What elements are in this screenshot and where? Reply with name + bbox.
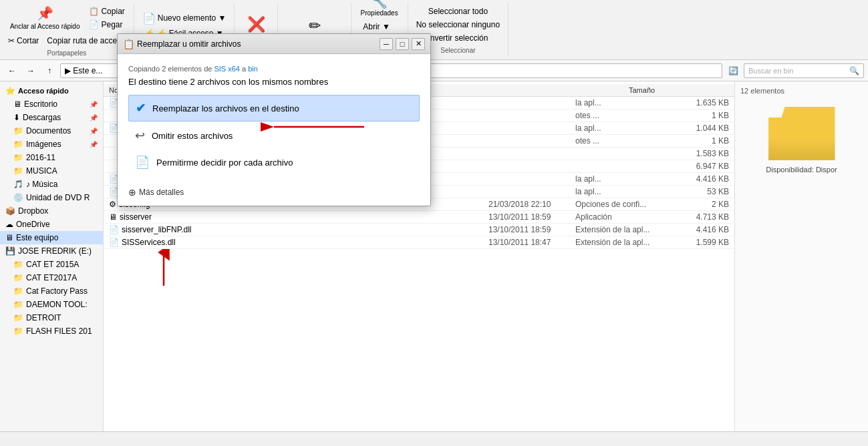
dialog-title: Reemplazar u omitir archivos bbox=[137, 39, 377, 49]
dialog-maximize-button[interactable]: □ bbox=[396, 38, 409, 50]
details-label: Más detalles bbox=[139, 188, 184, 197]
decide-option-text: Permitirme decidir por cada archivo bbox=[156, 158, 293, 168]
dialog-subtitle: Copiando 2 elementos de SIS x64 a bin bbox=[128, 65, 420, 73]
skip-option-text: Omitir estos archivos bbox=[152, 131, 233, 141]
dialog-option-reemplazar[interactable]: ✔ Reemplazar los archivos en el destino bbox=[128, 95, 420, 122]
dialog-overlay: 📋 Reemplazar u omitir archivos ─ □ ✕ Cop… bbox=[0, 0, 868, 446]
details-button[interactable]: ⊕ Más detalles bbox=[128, 187, 184, 198]
dialog-footer: ⊕ Más detalles bbox=[118, 182, 430, 206]
dialog-titlebar: 📋 Reemplazar u omitir archivos ─ □ ✕ bbox=[118, 34, 430, 54]
decide-icon: 📄 bbox=[135, 155, 150, 170]
replace-dialog: 📋 Reemplazar u omitir archivos ─ □ ✕ Cop… bbox=[117, 33, 431, 206]
dialog-close-button[interactable]: ✕ bbox=[412, 38, 425, 50]
subtitle-prefix: Copiando 2 elementos de bbox=[128, 65, 214, 73]
details-expand-icon: ⊕ bbox=[128, 187, 136, 198]
dialog-option-decidir[interactable]: 📄 Permitirme decidir por cada archivo bbox=[128, 150, 420, 175]
subtitle-connector: a bbox=[242, 65, 248, 73]
dialog-option-omitir[interactable]: ↩ Omitir estos archivos bbox=[128, 123, 420, 148]
replace-option-text: Reemplazar los archivos en el destino bbox=[152, 103, 299, 114]
dialog-minimize-button[interactable]: ─ bbox=[380, 38, 393, 50]
replace-checkmark-icon: ✔ bbox=[136, 101, 146, 116]
subtitle-source-link[interactable]: SIS x64 bbox=[214, 65, 240, 73]
skip-icon: ↩ bbox=[135, 128, 145, 143]
dialog-main-text: El destino tiene 2 archivos con los mism… bbox=[128, 77, 420, 87]
dialog-title-icon: 📋 bbox=[123, 39, 134, 49]
dialog-body: Copiando 2 elementos de SIS x64 a bin El… bbox=[118, 54, 430, 182]
subtitle-dest-link[interactable]: bin bbox=[248, 65, 258, 73]
